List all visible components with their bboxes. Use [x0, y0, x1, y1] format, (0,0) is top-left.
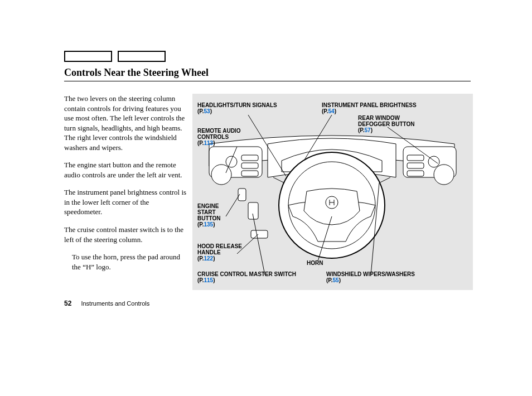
steering-wheel-diagram: HEADLIGHTS/TURN SIGNALS (P.53) INSTRUMEN… [192, 94, 473, 290]
callout-wipers: WINDSHIELD WIPERS/WASHERS (P.55) [326, 271, 415, 283]
ref-page: 53 [204, 108, 210, 114]
page-title: Controls Near the Steering Wheel [64, 67, 471, 81]
section-tabs [64, 51, 166, 62]
ref-suffix: ) [371, 127, 373, 133]
callout-label: REAR WINDOW DEFOGGER BUTTON [358, 115, 419, 127]
page-ref[interactable]: (P.55) [326, 277, 341, 283]
svg-rect-9 [407, 155, 424, 161]
page-ref[interactable]: (P.113) [197, 140, 215, 146]
callout-label: HEADLIGHTS/TURN SIGNALS [197, 102, 277, 108]
page-ref[interactable]: (P.53) [197, 108, 212, 114]
svg-rect-10 [407, 163, 424, 168]
page-ref[interactable]: (P.135) [197, 221, 215, 228]
body-column: The two levers on the steering column co… [64, 94, 187, 279]
ref-prefix: (P. [197, 140, 204, 146]
callout-label: REMOTE AUDIO CONTROLS [197, 128, 248, 140]
callout-instrument-brightness: INSTRUMENT PANEL BRIGHTNESS (P.54) [322, 102, 417, 114]
manual-page: Controls Near the Steering Wheel The two… [0, 0, 532, 396]
ref-page: 115 [204, 277, 214, 283]
callout-headlights: HEADLIGHTS/TURN SIGNALS (P.53) [197, 102, 277, 114]
callout-hood-release: HOOD RELEASE HANDLE (P.122) [197, 243, 248, 262]
ref-page: 135 [204, 221, 214, 228]
page-ref[interactable]: (P.57) [358, 127, 373, 133]
paragraph: The instrument panel brightness control … [64, 187, 187, 217]
ref-suffix: ) [213, 255, 215, 262]
page-number: 52 [64, 300, 71, 307]
page-ref[interactable]: (P.122) [197, 255, 215, 262]
ref-prefix: (P. [322, 108, 328, 114]
ref-prefix: (P. [197, 221, 204, 228]
tab-box-left [64, 51, 112, 62]
paragraph: The engine start button and the remote a… [64, 160, 187, 180]
ref-page: 57 [365, 127, 371, 133]
ref-suffix: ) [213, 140, 215, 146]
callout-cruise-control: CRUISE CONTROL MASTER SWITCH (P.115) [197, 271, 296, 283]
callout-engine-start: ENGINE START BUTTON (P.135) [197, 203, 228, 228]
page-footer: 52 Instruments and Controls [64, 300, 149, 307]
ref-suffix: ) [213, 277, 215, 283]
svg-rect-4 [241, 163, 258, 168]
callout-label: CRUISE CONTROL MASTER SWITCH [197, 271, 296, 277]
chapter-name: Instruments and Controls [81, 300, 149, 307]
ref-suffix: ) [339, 277, 341, 283]
svg-point-2 [226, 156, 237, 167]
paragraph: The cruise control master switch is to t… [64, 225, 187, 244]
callout-label: ENGINE START BUTTON [197, 203, 228, 221]
ref-suffix: ) [335, 108, 336, 114]
svg-line-30 [253, 214, 265, 275]
svg-rect-5 [241, 171, 258, 176]
svg-rect-11 [407, 171, 424, 176]
tab-box-right [118, 51, 166, 62]
svg-rect-3 [241, 155, 258, 161]
callout-defogger: REAR WINDOW DEFOGGER BUTTON (P.57) [358, 115, 419, 133]
callout-label: WINDSHIELD WIPERS/WASHERS [326, 271, 415, 277]
callout-label: HOOD RELEASE HANDLE [197, 243, 248, 255]
ref-page: 122 [204, 255, 214, 262]
callout-label: INSTRUMENT PANEL BRIGHTNESS [322, 102, 417, 108]
page-ref[interactable]: (P.115) [197, 277, 215, 283]
svg-rect-23 [251, 230, 268, 238]
ref-prefix: (P. [358, 127, 365, 133]
svg-point-7 [434, 165, 454, 185]
ref-page: 55 [333, 277, 339, 283]
ref-prefix: (P. [326, 277, 333, 283]
ref-suffix: ) [210, 108, 212, 114]
paragraph: The two levers on the steering column co… [64, 94, 187, 152]
callout-horn: HORN [307, 260, 323, 266]
ref-suffix: ) [213, 221, 215, 228]
page-ref[interactable]: (P.54) [322, 108, 336, 114]
ref-page: 113 [204, 140, 214, 146]
note-paragraph: To use the horn, press the pad around th… [72, 252, 187, 272]
callout-remote-audio: REMOTE AUDIO CONTROLS (P.113) [197, 128, 248, 146]
ref-prefix: (P. [197, 277, 204, 283]
ref-prefix: (P. [197, 255, 204, 262]
ref-prefix: (P. [197, 108, 204, 114]
ref-page: 54 [328, 108, 335, 114]
callout-label: HORN [307, 260, 323, 266]
